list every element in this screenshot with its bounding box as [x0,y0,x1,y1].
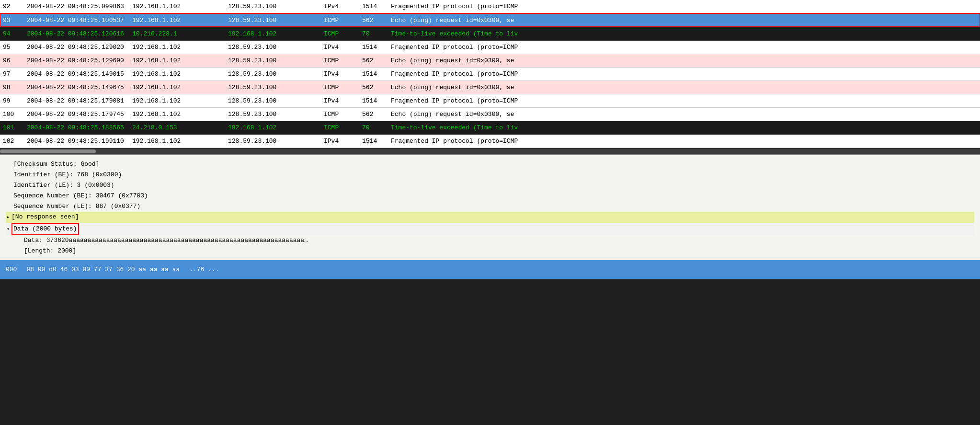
packet-scrollbar[interactable] [0,149,980,154]
col-dst: 128.59.23.100 [225,40,321,54]
col-len: 1514 [359,67,388,80]
hex-offset: 000 [6,266,17,273]
detail-line[interactable]: Sequence Number (LE): 887 (0x0377) [6,201,974,212]
col-len: 70 [359,27,388,40]
col-src: 192.168.1.102 [129,94,225,107]
col-dst: 192.168.1.102 [225,121,321,134]
col-info: Time-to-live exceeded (Time to liv [388,27,980,40]
col-dst: 128.59.23.100 [225,107,321,121]
col-time: 2004-08-22 09:48:25.199110 [24,134,129,148]
detail-line[interactable]: [Length: 2000] [6,246,974,256]
col-no: 99 [0,94,24,107]
col-time: 2004-08-22 09:48:25.149675 [24,80,129,94]
col-proto: IPv4 [321,94,359,107]
scrollbar-thumb[interactable] [0,149,96,153]
expand-arrow-icon[interactable]: ▸ [7,215,10,220]
col-info: Fragmented IP protocol (proto=ICMP [388,67,980,80]
col-no: 97 [0,67,24,80]
col-dst: 128.59.23.100 [225,13,321,27]
detail-panel: [Checksum Status: Good]Identifier (BE): … [0,154,980,260]
table-row[interactable]: 962004-08-22 09:48:25.129690192.168.1.10… [0,54,980,67]
col-src: 192.168.1.102 [129,0,225,13]
col-no: 100 [0,107,24,121]
col-src: 192.168.1.102 [129,54,225,67]
col-time: 2004-08-22 09:48:25.129690 [24,54,129,67]
col-proto: ICMP [321,54,359,67]
col-dst: 128.59.23.100 [225,0,321,13]
col-no: 102 [0,134,24,148]
col-no: 98 [0,80,24,94]
col-no: 92 [0,0,24,13]
col-proto: ICMP [321,13,359,27]
col-info: Echo (ping) request id=0x0300, se [388,13,980,27]
col-len: 1514 [359,134,388,148]
col-time: 2004-08-22 09:48:25.129020 [24,40,129,54]
col-time: 2004-08-22 09:48:25.179081 [24,94,129,107]
col-len: 562 [359,54,388,67]
col-src: 10.216.228.1 [129,27,225,40]
col-time: 2004-08-22 09:48:25.179745 [24,107,129,121]
packet-table: 922004-08-22 09:48:25.099863192.168.1.10… [0,0,980,148]
col-src: 192.168.1.102 [129,107,225,121]
detail-line[interactable]: Identifier (BE): 768 (0x0300) [6,170,974,180]
detail-line[interactable]: ▸[No response seen] [6,212,974,222]
col-dst: 128.59.23.100 [225,80,321,94]
hex-data: 08 00 d0 46 03 00 77 37 36 20 aa aa aa a… [26,266,180,273]
col-len: 562 [359,107,388,121]
col-dst: 128.59.23.100 [225,54,321,67]
col-src: 192.168.1.102 [129,13,225,27]
table-row[interactable]: 1022004-08-22 09:48:25.199110192.168.1.1… [0,134,980,148]
col-src: 192.168.1.102 [129,134,225,148]
table-row[interactable]: 1002004-08-22 09:48:25.179745192.168.1.1… [0,107,980,121]
col-proto: ICMP [321,121,359,134]
col-len: 1514 [359,40,388,54]
table-row[interactable]: 972004-08-22 09:48:25.149015192.168.1.10… [0,67,980,80]
col-len: 1514 [359,94,388,107]
main-container: 922004-08-22 09:48:25.099863192.168.1.10… [0,0,980,279]
col-info: Echo (ping) request id=0x0300, se [388,80,980,94]
col-proto: ICMP [321,107,359,121]
detail-line[interactable]: ▾Data (2000 bytes) [6,223,974,235]
collapse-arrow-icon[interactable]: ▾ [7,227,10,232]
col-src: 192.168.1.102 [129,67,225,80]
col-proto: ICMP [321,80,359,94]
col-src: 192.168.1.102 [129,80,225,94]
col-info: Fragmented IP protocol (proto=ICMP [388,94,980,107]
col-info: Echo (ping) request id=0x0300, se [388,54,980,67]
hex-ascii: ..76 ... [189,266,219,273]
table-row[interactable]: 942004-08-22 09:48:25.12061610.216.228.1… [0,27,980,40]
col-proto: IPv4 [321,40,359,54]
col-len: 70 [359,121,388,134]
col-time: 2004-08-22 09:48:25.100537 [24,13,129,27]
col-info: Fragmented IP protocol (proto=ICMP [388,134,980,148]
detail-line[interactable]: [Checksum Status: Good] [6,159,974,170]
detail-line[interactable]: Data: 373620aaaaaaaaaaaaaaaaaaaaaaaaaaaa… [6,235,974,246]
col-no: 96 [0,54,24,67]
col-time: 2004-08-22 09:48:25.149015 [24,67,129,80]
hex-panel: 000 08 00 d0 46 03 00 77 37 36 20 aa aa … [0,260,980,279]
packet-list: 922004-08-22 09:48:25.099863192.168.1.10… [0,0,980,149]
table-row[interactable]: 922004-08-22 09:48:25.099863192.168.1.10… [0,0,980,13]
table-row[interactable]: 1012004-08-22 09:48:25.18856524.218.0.15… [0,121,980,134]
col-len: 562 [359,80,388,94]
detail-line[interactable]: Sequence Number (BE): 30467 (0x7703) [6,191,974,201]
col-info: Fragmented IP protocol (proto=ICMP [388,40,980,54]
table-row[interactable]: 932004-08-22 09:48:25.100537192.168.1.10… [0,13,980,27]
col-time: 2004-08-22 09:48:25.188565 [24,121,129,134]
col-info: Time-to-live exceeded (Time to liv [388,121,980,134]
col-time: 2004-08-22 09:48:25.120616 [24,27,129,40]
col-dst: 192.168.1.102 [225,27,321,40]
col-len: 1514 [359,0,388,13]
table-row[interactable]: 952004-08-22 09:48:25.129020192.168.1.10… [0,40,980,54]
col-time: 2004-08-22 09:48:25.099863 [24,0,129,13]
detail-line[interactable]: Identifier (LE): 3 (0x0003) [6,180,974,191]
table-row[interactable]: 982004-08-22 09:48:25.149675192.168.1.10… [0,80,980,94]
table-row[interactable]: 992004-08-22 09:48:25.179081192.168.1.10… [0,94,980,107]
col-no: 93 [0,13,24,27]
col-no: 94 [0,27,24,40]
col-info: Fragmented IP protocol (proto=ICMP [388,0,980,13]
col-dst: 128.59.23.100 [225,94,321,107]
col-proto: IPv4 [321,67,359,80]
col-src: 24.218.0.153 [129,121,225,134]
col-src: 192.168.1.102 [129,40,225,54]
